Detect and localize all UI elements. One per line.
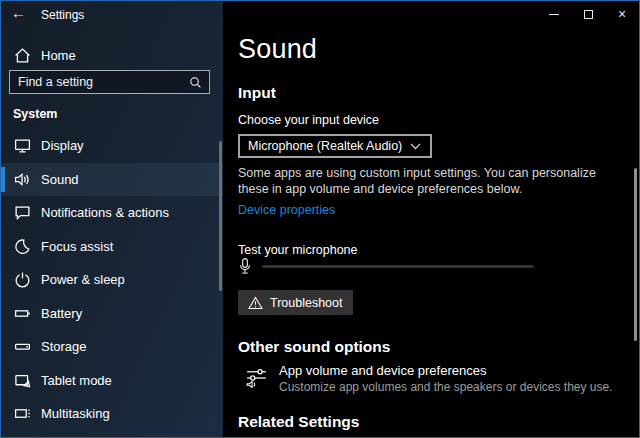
sidebar-item-label: Notifications & actions bbox=[41, 205, 169, 220]
multitask-icon bbox=[14, 405, 31, 422]
sidebar-item-label: Tablet mode bbox=[41, 373, 112, 388]
app-volume-preferences-item[interactable]: App volume and device preferences Custom… bbox=[245, 363, 613, 394]
minimize-icon bbox=[549, 14, 559, 15]
tablet-icon bbox=[14, 372, 31, 389]
power-icon bbox=[14, 271, 31, 288]
display-icon bbox=[14, 137, 31, 154]
minimize-button[interactable] bbox=[537, 1, 571, 27]
search-icon[interactable] bbox=[189, 76, 202, 89]
chevron-down-icon bbox=[410, 143, 421, 150]
sidebar-item-label: Focus assist bbox=[41, 239, 113, 254]
test-microphone-label: Test your microphone bbox=[238, 243, 358, 257]
microphone-level-meter bbox=[262, 265, 534, 268]
sidebar-item-label: Storage bbox=[41, 339, 87, 354]
maximize-button[interactable] bbox=[571, 1, 605, 27]
maximize-icon bbox=[584, 10, 593, 19]
input-device-dropdown[interactable]: Microphone (Realtek Audio) bbox=[238, 134, 432, 158]
sidebar-section-header: System bbox=[13, 107, 57, 121]
microphone-icon bbox=[238, 257, 252, 276]
custom-input-settings-note: Some apps are using custom input setting… bbox=[238, 166, 616, 197]
back-arrow-icon[interactable]: ← bbox=[11, 4, 26, 21]
mixer-icon bbox=[245, 365, 270, 390]
settings-window: ← Settings Home System bbox=[0, 0, 640, 438]
sidebar-item-tablet-mode[interactable]: Tablet mode bbox=[1, 364, 223, 398]
close-button[interactable]: × bbox=[605, 1, 639, 27]
sidebar-item-label: Multitasking bbox=[41, 406, 110, 421]
microphone-level-row bbox=[238, 257, 534, 276]
window-controls: × bbox=[537, 1, 639, 27]
sidebar-item-display[interactable]: Display bbox=[1, 129, 223, 163]
app-volume-title: App volume and device preferences bbox=[279, 363, 613, 378]
other-sound-options-heading: Other sound options bbox=[238, 338, 390, 356]
page-title: Sound bbox=[238, 34, 317, 65]
sidebar-scrollbar-thumb[interactable] bbox=[219, 141, 222, 291]
sidebar-nav: Display Sound Notifica bbox=[1, 129, 223, 431]
speaker-icon bbox=[14, 171, 31, 188]
troubleshoot-label: Troubleshoot bbox=[270, 296, 343, 310]
input-section-heading: Input bbox=[238, 84, 276, 102]
input-device-selected-value: Microphone (Realtek Audio) bbox=[240, 139, 410, 153]
troubleshoot-button[interactable]: Troubleshoot bbox=[238, 290, 353, 315]
sidebar-item-label: Home bbox=[41, 48, 76, 63]
sidebar-item-home[interactable]: Home bbox=[1, 41, 223, 69]
battery-icon bbox=[14, 305, 31, 322]
sidebar-item-power-sleep[interactable]: Power & sleep bbox=[1, 263, 223, 297]
drive-icon bbox=[14, 338, 31, 355]
warning-icon bbox=[248, 296, 263, 310]
home-icon bbox=[14, 47, 31, 64]
sidebar-item-focus-assist[interactable]: Focus assist bbox=[1, 230, 223, 264]
device-properties-link[interactable]: Device properties bbox=[238, 203, 335, 217]
sidebar-item-sound[interactable]: Sound bbox=[1, 163, 223, 197]
sidebar-item-notifications[interactable]: Notifications & actions bbox=[1, 196, 223, 230]
sidebar-item-label: Battery bbox=[41, 306, 82, 321]
sidebar-item-label: Power & sleep bbox=[41, 272, 125, 287]
close-icon: × bbox=[618, 7, 626, 21]
app-volume-text: App volume and device preferences Custom… bbox=[279, 363, 613, 394]
sidebar-item-storage[interactable]: Storage bbox=[1, 330, 223, 364]
window-title: Settings bbox=[41, 8, 84, 22]
search-box bbox=[9, 70, 210, 94]
sidebar-item-battery[interactable]: Battery bbox=[1, 297, 223, 331]
moon-icon bbox=[14, 238, 31, 255]
sidebar-item-multitasking[interactable]: Multitasking bbox=[1, 397, 223, 431]
choose-input-device-label: Choose your input device bbox=[238, 113, 379, 127]
app-volume-subtitle: Customize app volumes and the speakers o… bbox=[279, 380, 613, 394]
content-scrollbar-thumb[interactable] bbox=[634, 168, 637, 341]
sidebar: ← Settings Home System bbox=[1, 1, 223, 437]
notification-icon bbox=[14, 204, 31, 221]
search-input[interactable] bbox=[10, 75, 189, 89]
related-settings-heading: Related Settings bbox=[238, 413, 359, 431]
sidebar-item-label: Display bbox=[41, 138, 84, 153]
content-pane: × Sound Input Choose your input device M… bbox=[223, 1, 639, 437]
sidebar-item-label: Sound bbox=[41, 172, 79, 187]
